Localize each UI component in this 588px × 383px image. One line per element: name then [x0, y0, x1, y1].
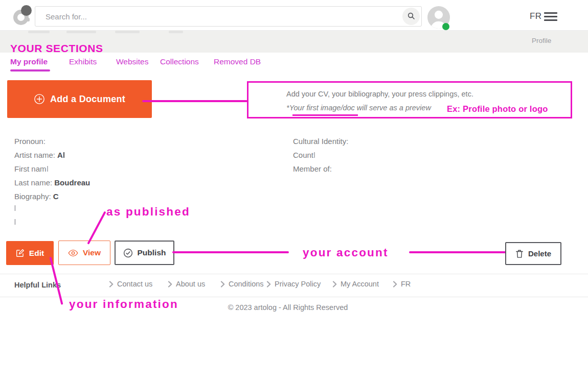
- search-box: [35, 6, 422, 27]
- field-value: A: [57, 151, 63, 159]
- field-label: Biography:: [14, 192, 51, 201]
- footer-link-label: About us: [176, 280, 205, 288]
- chevron-right-icon: [332, 281, 337, 288]
- annotation-your-account: your account: [303, 246, 389, 259]
- footer-link-label: Contact us: [117, 280, 152, 288]
- field-value: Boudreau: [54, 178, 90, 187]
- plus-circle-icon: [34, 93, 45, 105]
- chevron-right-icon: [109, 281, 114, 288]
- field-label: Last name:: [14, 178, 52, 187]
- logo-dark-circle: [21, 5, 32, 16]
- annotation-your-sections: YOUR SECTIONS: [10, 42, 103, 55]
- footer-link-label: My Account: [341, 280, 379, 288]
- chevron-right-icon: [168, 281, 172, 288]
- footer-link-label: FR: [401, 280, 411, 288]
- field-last-name: Last name:Boudreau: [14, 178, 90, 187]
- field-value: C: [53, 192, 59, 201]
- field-label: Count: [293, 151, 313, 159]
- field-label: First nam: [14, 164, 47, 173]
- annotation-line-account-left: [172, 251, 289, 253]
- annotation-line-as-published: [87, 211, 106, 244]
- tab-exhibits[interactable]: Exhibits: [69, 57, 97, 66]
- delete-button-label: Delete: [528, 249, 551, 258]
- field-label: Pronoun:: [14, 137, 46, 146]
- view-button[interactable]: View: [58, 241, 110, 265]
- annotation-your-information: your information: [69, 298, 178, 311]
- field-cultural-identity: Cultural Identity:: [293, 137, 348, 146]
- field-biography: Biography:C: [14, 192, 59, 201]
- footer-link-about-us[interactable]: About us: [168, 280, 205, 288]
- field-label: Artist name:: [14, 151, 55, 159]
- artolog-logo-icon[interactable]: [13, 5, 34, 26]
- field-country: Count: [293, 151, 315, 159]
- delete-button[interactable]: Delete: [505, 242, 561, 265]
- hamburger-menu-icon[interactable]: [544, 12, 557, 21]
- footer-link-label: Privacy Policy: [275, 280, 321, 288]
- footer-link-my-account[interactable]: My Account: [332, 280, 379, 288]
- add-document-button[interactable]: Add a Document: [7, 80, 152, 118]
- top-header: FR: [0, 0, 588, 31]
- chevron-right-icon: [266, 281, 271, 288]
- annotation-ex-label: Ex: Profile photo or logo: [447, 104, 548, 114]
- search-input[interactable]: [35, 7, 393, 26]
- field-label: Cultural Identity:: [293, 137, 348, 146]
- field-label: Member of:: [293, 164, 332, 173]
- field-pronoun: Pronoun:: [14, 137, 46, 146]
- annotation-as-published: as published: [106, 205, 190, 219]
- add-document-label: Add a Document: [50, 94, 125, 105]
- artifact-smudge: [169, 31, 183, 33]
- tab-my-profile[interactable]: My profile: [10, 57, 48, 66]
- annotation-line-account-right: [409, 251, 509, 253]
- truncated-text-remnant: [14, 219, 16, 225]
- footer-divider-bottom: [0, 297, 588, 297]
- breadcrumb-profile-label: Profile: [532, 37, 551, 44]
- footer-link-conditions[interactable]: Conditions: [220, 280, 264, 288]
- hint-underline: [292, 114, 358, 116]
- artifact-smudge: [66, 31, 96, 33]
- footer-title: Helpful Links: [14, 281, 61, 289]
- truncated-text-remnant: [14, 205, 16, 211]
- logo-nub: [26, 18, 30, 21]
- publish-button-label: Publish: [138, 248, 166, 257]
- view-button-label: View: [83, 248, 101, 257]
- search-button[interactable]: [402, 8, 420, 25]
- publish-button[interactable]: Publish: [115, 241, 174, 265]
- footer-link-contact-us[interactable]: Contact us: [109, 280, 152, 288]
- edit-pencil-icon: [16, 249, 25, 257]
- truncated-text-sliver: [63, 152, 65, 158]
- search-icon: [407, 12, 415, 21]
- field-member-of: Member of:: [293, 164, 332, 173]
- field-first-name: First nam: [14, 164, 48, 173]
- active-tab-underline: [10, 69, 50, 71]
- footer-link-label: Conditions: [229, 280, 264, 288]
- hint-line-1: Add your CV, your bibliography, your pre…: [286, 90, 473, 98]
- chevron-right-icon: [220, 281, 225, 288]
- annotation-hint-box: Add your CV, your bibliography, your pre…: [247, 81, 572, 118]
- footer-divider-top: [0, 274, 588, 274]
- field-artist-name: Artist name:A: [14, 151, 64, 159]
- artifact-smudge: [28, 31, 50, 33]
- truncated-text-sliver: [47, 166, 48, 172]
- tab-collections[interactable]: Collections: [160, 57, 199, 66]
- check-circle-icon: [123, 248, 133, 258]
- edit-button[interactable]: Edit: [6, 241, 54, 265]
- tab-websites[interactable]: Websites: [116, 57, 148, 66]
- page: FR Profile YOUR SECTIONS My profile Exhi…: [0, 0, 588, 383]
- language-switcher[interactable]: FR: [530, 11, 541, 21]
- footer-link-privacy-policy[interactable]: Privacy Policy: [266, 280, 321, 288]
- user-avatar[interactable]: [427, 6, 450, 29]
- trash-icon: [515, 249, 524, 258]
- artifact-smudge: [115, 31, 140, 33]
- hint-line-2: *Your first image/doc will serve as a pr…: [286, 104, 431, 112]
- truncated-text-sliver: [314, 152, 315, 158]
- footer-link-fr[interactable]: FR: [393, 280, 411, 288]
- tab-removed-db[interactable]: Removed DB: [214, 57, 261, 66]
- chevron-right-icon: [393, 281, 397, 288]
- eye-icon: [68, 249, 78, 257]
- online-status-dot: [442, 23, 449, 30]
- annotation-line-add-document: [142, 100, 247, 102]
- edit-button-label: Edit: [29, 249, 44, 258]
